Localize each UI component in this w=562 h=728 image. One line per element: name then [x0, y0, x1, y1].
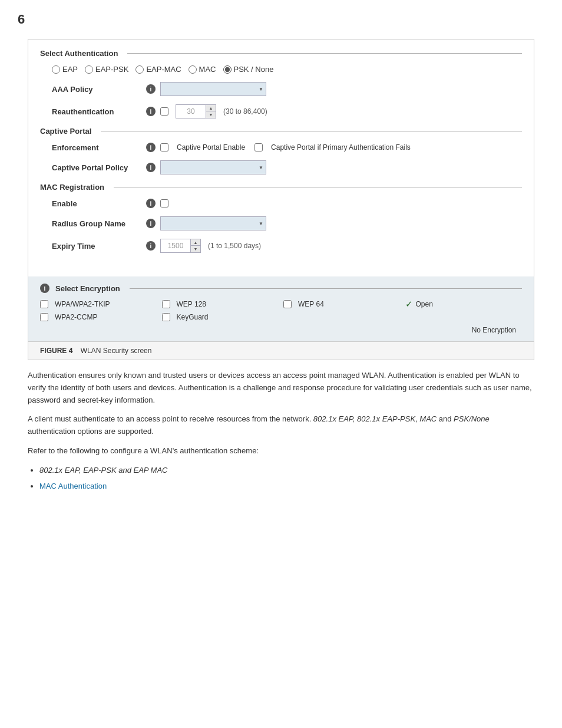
- radio-psk-none-input[interactable]: [223, 65, 232, 74]
- captive-portal-primary-auth-checkbox[interactable]: [254, 143, 263, 151]
- body-list: 802.1x EAP, EAP-PSK and EAP MAC MAC Auth…: [39, 465, 534, 493]
- enc-open[interactable]: ✓ Open: [405, 299, 523, 309]
- reauth-range: (30 to 86,400): [223, 107, 267, 116]
- mac-registration-section: MAC Registration Enable i Radius Group N…: [40, 183, 522, 253]
- body-paragraph-1: Authentication ensures only known and tr…: [28, 370, 534, 406]
- no-encryption-row: No Encryption: [40, 326, 522, 334]
- reauth-number-wrapper: ▲ ▼: [176, 104, 216, 118]
- page-number: 6: [18, 12, 544, 27]
- encryption-section: i Select Encryption WPA/WPA2-TKIP WEP 12…: [28, 276, 534, 341]
- auth-radio-group: EAP EAP-PSK EAP-MAC MAC PSK / None: [40, 65, 522, 74]
- radio-eap-psk[interactable]: EAP-PSK: [85, 65, 128, 74]
- mac-authentication-link[interactable]: MAC Authentication: [39, 482, 107, 490]
- enforcement-controls: Captive Portal Enable Captive Portal if …: [160, 143, 411, 151]
- captive-portal-header: Captive Portal: [40, 127, 522, 136]
- radius-group-info-icon: i: [146, 219, 156, 228]
- radio-mac-input[interactable]: [189, 65, 197, 74]
- mac-registration-header: MAC Registration: [40, 183, 522, 192]
- p2-italic2: MAC: [419, 414, 437, 423]
- body-text: Authentication ensures only known and tr…: [28, 370, 534, 492]
- radio-eap-input[interactable]: [52, 65, 60, 74]
- enforcement-info-icon: i: [146, 143, 156, 152]
- radio-eap-psk-label: EAP-PSK: [95, 65, 128, 74]
- aaa-policy-info-icon: i: [146, 84, 156, 94]
- auth-section: Select Authentication EAP EAP-PSK EAP-MA…: [40, 49, 522, 118]
- captive-portal-section: Captive Portal Enforcement i Captive Por…: [40, 127, 522, 174]
- p2-and: and: [437, 414, 454, 423]
- captive-portal-enable-label: Captive Portal Enable: [177, 143, 245, 151]
- radio-eap[interactable]: EAP: [52, 65, 78, 74]
- encryption-grid-row2: WPA2-CCMP KeyGuard: [40, 313, 522, 321]
- captive-portal-policy-label: Captive Portal Policy: [52, 163, 146, 172]
- enc-wpa2-ccmp-checkbox[interactable]: [40, 313, 48, 321]
- encryption-grid-row1: WPA/WPA2-TKIP WEP 128 WEP 64 ✓ Open: [40, 299, 522, 309]
- expiry-time-label: Expiry Time: [52, 242, 146, 251]
- enforcement-row: Enforcement i Captive Portal Enable Capt…: [40, 143, 522, 152]
- expiry-time-arrows: ▲ ▼: [190, 239, 200, 252]
- reauth-controls: ▲ ▼ (30 to 86,400): [160, 104, 267, 118]
- expiry-down-arrow[interactable]: ▼: [191, 246, 200, 252]
- radio-eap-mac[interactable]: EAP-MAC: [135, 65, 181, 74]
- encryption-info-icon: i: [40, 284, 49, 293]
- reauth-checkbox[interactable]: [160, 107, 168, 116]
- radio-psk-none-label: PSK / None: [234, 65, 274, 74]
- reauth-row: Reauthentication i ▲ ▼ (30 to 86,400): [40, 104, 522, 118]
- enc-wep128-label: WEP 128: [177, 300, 206, 308]
- enc-keyguard-checkbox[interactable]: [162, 313, 170, 321]
- aaa-policy-row: AAA Policy i: [40, 82, 522, 96]
- aaa-policy-select[interactable]: [160, 82, 266, 96]
- reauth-value-input[interactable]: [176, 105, 206, 118]
- radius-group-select[interactable]: [160, 216, 266, 230]
- body-paragraph-3: Refer to the following to configure a WL…: [28, 445, 534, 457]
- enc-wpa2-ccmp-label: WPA2-CCMP: [55, 313, 97, 321]
- radio-eap-mac-label: EAP-MAC: [146, 65, 181, 74]
- captive-portal-policy-dropdown-wrapper: [160, 160, 266, 174]
- encryption-section-title: Select Encryption: [55, 284, 120, 293]
- mac-enable-info-icon: i: [146, 199, 156, 208]
- expiry-time-input[interactable]: [161, 239, 190, 252]
- mac-registration-title: MAC Registration: [40, 183, 104, 192]
- radio-eap-mac-input[interactable]: [135, 65, 144, 74]
- figure-caption: FIGURE 4 WLAN Security screen: [28, 341, 534, 360]
- enc-wep64[interactable]: WEP 64: [283, 299, 401, 309]
- enc-wpa-wpa2-tkip[interactable]: WPA/WPA2-TKIP: [40, 299, 157, 309]
- enc-wpa-wpa2-tkip-checkbox[interactable]: [40, 300, 48, 308]
- enc-wep64-checkbox[interactable]: [283, 300, 292, 308]
- enc-keyguard[interactable]: KeyGuard: [162, 313, 279, 321]
- encryption-section-header: Select Encryption: [55, 284, 522, 293]
- reauth-arrows: ▲ ▼: [206, 105, 216, 118]
- reauth-label: Reauthentication: [52, 107, 146, 116]
- radius-group-row: Radius Group Name i: [40, 216, 522, 230]
- radio-mac[interactable]: MAC: [189, 65, 216, 74]
- enc-open-label: Open: [416, 300, 433, 308]
- expiry-up-arrow[interactable]: ▲: [191, 239, 200, 246]
- enc-wep128[interactable]: WEP 128: [162, 299, 279, 309]
- figure-caption-title: WLAN Security screen: [81, 347, 152, 355]
- enc-wpa2-ccmp[interactable]: WPA2-CCMP: [40, 313, 157, 321]
- enc-wep128-checkbox[interactable]: [162, 300, 170, 308]
- enforcement-label: Enforcement: [52, 143, 146, 152]
- aaa-policy-dropdown-wrapper: [160, 82, 266, 96]
- p2-after: authentication options are supported.: [28, 427, 154, 436]
- radio-eap-psk-input[interactable]: [85, 65, 93, 74]
- enc-open-check-icon: ✓: [405, 299, 413, 309]
- mac-enable-checkbox[interactable]: [160, 199, 168, 207]
- figure-container: Select Authentication EAP EAP-PSK EAP-MA…: [28, 39, 534, 360]
- captive-portal-title: Captive Portal: [40, 127, 91, 136]
- figure-label: FIGURE 4: [40, 347, 72, 355]
- reauth-down-arrow[interactable]: ▼: [206, 111, 216, 118]
- captive-portal-policy-select[interactable]: [160, 160, 266, 174]
- reauth-up-arrow[interactable]: ▲: [206, 105, 216, 111]
- expiry-time-info-icon: i: [146, 241, 156, 251]
- radio-eap-label: EAP: [62, 65, 78, 74]
- mac-enable-label: Enable: [52, 199, 146, 208]
- radio-psk-none[interactable]: PSK / None: [223, 65, 274, 74]
- encryption-header-row: i Select Encryption: [40, 284, 522, 293]
- captive-portal-enable-checkbox[interactable]: [160, 143, 168, 151]
- aaa-policy-label: AAA Policy: [52, 85, 146, 94]
- list-item-2: MAC Authentication: [39, 480, 534, 493]
- radius-group-label: Radius Group Name: [52, 219, 146, 228]
- expiry-time-range: (1 to 1,500 days): [208, 242, 261, 250]
- p2-italic1: 802.1x EAP, 802.1x EAP-PSK: [313, 414, 415, 423]
- enc-wpa-wpa2-tkip-label: WPA/WPA2-TKIP: [55, 300, 110, 308]
